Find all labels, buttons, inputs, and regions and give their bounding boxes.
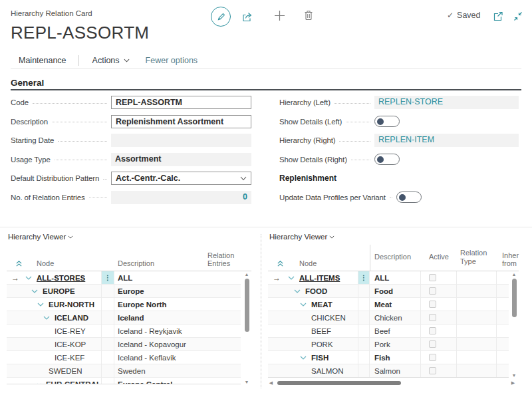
node-label[interactable]: FOOD bbox=[305, 287, 327, 295]
row-menu-icon[interactable]: ⋮ bbox=[358, 271, 370, 284]
node-label[interactable]: PORK bbox=[311, 340, 333, 348]
column-header-node[interactable]: Node bbox=[23, 259, 101, 268]
collapse-all-icon[interactable] bbox=[15, 260, 23, 267]
field-label: Code bbox=[11, 98, 29, 106]
actions-menu[interactable]: Actions bbox=[84, 54, 136, 67]
node-label[interactable]: ICE-KOP bbox=[55, 340, 86, 348]
table-row[interactable]: ICE-KOPIceland - Kopavogur bbox=[7, 338, 241, 351]
column-header-inherited-from[interactable]: Inher from bbox=[497, 251, 513, 268]
scroll-left-arrow[interactable]: ◀ bbox=[268, 380, 274, 386]
node-label[interactable]: EUROPE bbox=[43, 287, 75, 295]
hierarchy-viewer-left-title[interactable]: Hierarchy Viewer bbox=[8, 233, 73, 241]
hierarchy-left-link[interactable]: REPLEN-STORE bbox=[374, 96, 519, 109]
column-header-description[interactable]: Description bbox=[114, 259, 207, 268]
expand-chevron-icon[interactable] bbox=[43, 316, 50, 320]
scroll-down-arrow[interactable]: ▼ bbox=[243, 379, 250, 385]
trash-icon[interactable] bbox=[303, 9, 315, 22]
node-label[interactable]: SWEDEN bbox=[49, 367, 82, 375]
collapse-all-icon[interactable] bbox=[277, 260, 284, 267]
column-header-relation-entries[interactable]: Relation Entries bbox=[207, 251, 229, 268]
plus-icon[interactable] bbox=[273, 9, 286, 22]
right-horizontal-scrollbar[interactable]: ◀ ▶ bbox=[268, 380, 517, 386]
row-menu-icon[interactable]: ⋮ bbox=[101, 271, 114, 284]
field-row-hierarchy-left: Hierarchy (Left) REPLEN-STORE bbox=[279, 96, 519, 109]
maintenance-menu[interactable]: Maintenance bbox=[11, 54, 73, 67]
table-row[interactable]: SALMONSalmon bbox=[268, 364, 509, 378]
fewer-options-button[interactable]: Fewer options bbox=[146, 56, 198, 65]
popout-icon[interactable] bbox=[492, 11, 504, 21]
show-details-right-toggle[interactable] bbox=[374, 154, 400, 165]
table-row[interactable]: ICELANDIceland bbox=[7, 311, 241, 325]
expand-chevron-icon[interactable] bbox=[288, 276, 295, 280]
column-header-node[interactable]: Node bbox=[284, 259, 358, 268]
scrollbar-thumb[interactable] bbox=[512, 279, 517, 317]
scrollbar-thumb[interactable] bbox=[277, 381, 401, 385]
node-label[interactable]: ICE-REY bbox=[55, 327, 86, 335]
node-label[interactable]: SALMON bbox=[311, 367, 344, 375]
description-label: Beef bbox=[374, 327, 390, 335]
hierarchy-right-link[interactable]: REPLEN-ITEM bbox=[374, 134, 519, 147]
scroll-up-arrow[interactable]: ▲ bbox=[511, 271, 517, 277]
breadcrumb[interactable]: Hierarchy Relation Card bbox=[11, 9, 92, 17]
collapse-icon[interactable] bbox=[512, 11, 524, 21]
node-label[interactable]: EUR-NORTH bbox=[49, 301, 94, 309]
description-input[interactable] bbox=[111, 115, 251, 128]
scroll-up-arrow[interactable]: ▲ bbox=[243, 271, 250, 277]
field-label: Usage Type bbox=[11, 156, 51, 164]
show-details-left-toggle[interactable] bbox=[374, 116, 400, 127]
active-cell bbox=[421, 364, 457, 377]
default-distribution-pattern-select[interactable]: Act.-Centr.-Calc. bbox=[111, 172, 251, 185]
node-label[interactable]: ICELAND bbox=[55, 314, 88, 322]
node-label[interactable]: ICE-KEF bbox=[55, 354, 84, 362]
right-vertical-scrollbar[interactable]: ▲ ▼ bbox=[511, 271, 517, 378]
pane-splitter[interactable] bbox=[261, 234, 261, 388]
update-data-profiles-toggle[interactable] bbox=[396, 192, 422, 203]
table-row[interactable]: EUR-NORTHEurope North bbox=[7, 298, 241, 311]
edit-pencil-icon[interactable] bbox=[211, 7, 231, 27]
column-header-relation-type[interactable]: Relation Type bbox=[457, 246, 497, 268]
left-vertical-scrollbar[interactable]: ▲ ▼ bbox=[243, 271, 250, 385]
node-label[interactable]: FISH bbox=[311, 354, 329, 362]
expand-chevron-icon[interactable] bbox=[300, 356, 307, 360]
active-cell bbox=[421, 311, 457, 324]
code-input[interactable] bbox=[111, 96, 251, 109]
table-row[interactable]: ICE-REYIceland - Reykjavik bbox=[7, 325, 241, 338]
node-label[interactable]: ALL-STORES bbox=[37, 274, 85, 282]
table-row[interactable]: →ALL-ITEMS⋮ALL bbox=[268, 271, 509, 285]
node-label[interactable]: BEEF bbox=[311, 327, 331, 335]
expand-chevron-icon[interactable] bbox=[300, 303, 307, 307]
share-icon[interactable] bbox=[241, 11, 254, 23]
table-row[interactable]: FISHFish bbox=[268, 351, 509, 364]
table-row[interactable]: CHICKENChicken bbox=[268, 311, 509, 325]
column-header-active[interactable]: Active bbox=[421, 246, 457, 268]
general-section-heading[interactable]: General bbox=[11, 78, 44, 88]
scrollbar-thumb[interactable] bbox=[245, 279, 249, 332]
table-row[interactable]: EUROPEEurope bbox=[7, 285, 241, 298]
table-row[interactable]: SWEDENSweden bbox=[7, 364, 241, 378]
chevron-down-icon bbox=[240, 176, 247, 181]
expand-chevron-icon[interactable] bbox=[37, 303, 44, 307]
expand-chevron-icon[interactable] bbox=[31, 289, 38, 293]
expand-chevron-icon[interactable] bbox=[294, 289, 301, 293]
table-row[interactable]: PORKPork bbox=[268, 338, 509, 351]
table-row[interactable]: FOODFood bbox=[268, 285, 509, 298]
node-label[interactable]: ALL-ITEMS bbox=[299, 274, 340, 282]
hierarchy-viewer-right-title[interactable]: Hierarchy Viewer bbox=[269, 233, 334, 241]
active-checkbox bbox=[429, 274, 436, 281]
table-row[interactable]: ICE-KEFIceland - Keflavik bbox=[7, 351, 241, 364]
no-of-relation-entries-field[interactable]: 0 bbox=[111, 191, 251, 204]
node-label[interactable]: EUR-CENTRAL bbox=[46, 380, 101, 385]
row-menu-icon bbox=[101, 325, 114, 337]
table-row[interactable]: →ALL-STORES⋮ALL bbox=[7, 271, 241, 285]
expand-chevron-icon[interactable] bbox=[37, 382, 41, 385]
table-row[interactable]: EUR-CENTRALEurope Central bbox=[7, 378, 241, 384]
table-row[interactable]: BEEFBeef bbox=[268, 325, 509, 338]
column-header-description[interactable]: Description bbox=[370, 246, 421, 268]
field-label: Starting Date bbox=[11, 136, 54, 144]
scroll-right-arrow[interactable]: ▶ bbox=[510, 380, 516, 386]
scroll-down-arrow[interactable]: ▼ bbox=[511, 372, 517, 378]
table-row[interactable]: MEATMeat bbox=[268, 298, 509, 311]
expand-chevron-icon[interactable] bbox=[25, 276, 32, 280]
node-label[interactable]: MEAT bbox=[311, 301, 332, 309]
node-label[interactable]: CHICKEN bbox=[311, 314, 346, 322]
